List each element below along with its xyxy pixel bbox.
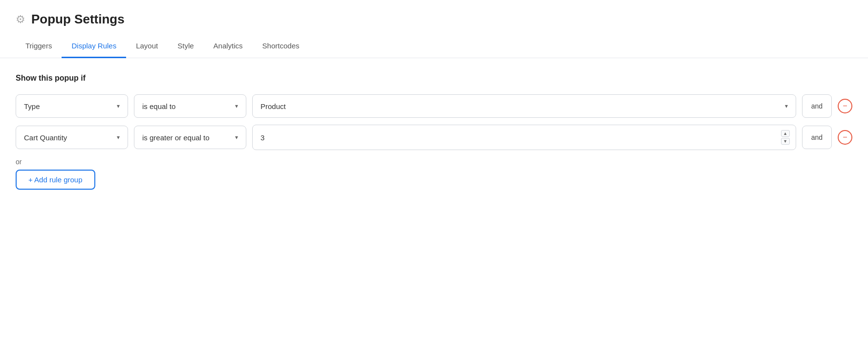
rule-1-condition-select[interactable]: is equal to ▾ [134,94,246,118]
rule-2-condition-chevron: ▾ [235,134,238,141]
rule-1-remove-icon: − [843,102,847,110]
rule-2-condition-select[interactable]: is greater or equal to ▾ [134,126,246,149]
add-rule-group-button[interactable]: + Add rule group [16,170,95,190]
rule-2-and-button[interactable]: and [802,126,832,149]
rule-2-number-value: 3 [260,133,264,142]
rule-2-remove-button[interactable]: − [838,130,852,145]
rule-1-and-button[interactable]: and [802,94,832,118]
header: ⚙ Popup Settings [0,0,868,35]
tab-analytics[interactable]: Analytics [204,35,253,58]
rule-1-condition-value: is equal to [142,102,175,110]
spinner-down-button[interactable]: ▼ [781,138,790,145]
rule-1-field-value: Product [260,102,286,110]
page-title: Popup Settings [31,12,125,27]
tab-style[interactable]: Style [168,35,203,58]
spinner-buttons: ▲ ▼ [781,130,790,145]
rule-1-value-chevron: ▾ [785,103,788,109]
rule-1-remove-button[interactable]: − [838,99,852,113]
rules-container: Type ▾ is equal to ▾ Product ▾ and − [16,94,852,150]
rule-2-number-field[interactable]: 3 ▲ ▼ [252,125,796,150]
gear-icon: ⚙ [16,13,25,26]
rule-2-type-value: Cart Quantity [24,133,67,142]
rule-1-type-value: Type [24,102,40,110]
rule-1-type-select[interactable]: Type ▾ [16,94,128,118]
rule-1-condition-chevron: ▾ [235,103,238,109]
or-label: or [16,158,852,166]
tab-layout[interactable]: Layout [126,35,168,58]
tab-shortcodes[interactable]: Shortcodes [253,35,309,58]
tabs-bar: Triggers Display Rules Layout Style Anal… [0,35,868,58]
rule-2-type-chevron: ▾ [117,134,120,141]
rule-2-remove-icon: − [843,133,847,141]
rule-row-1: Type ▾ is equal to ▾ Product ▾ and − [16,94,852,118]
rule-1-value-select[interactable]: Product ▾ [252,94,796,118]
tab-triggers[interactable]: Triggers [16,35,62,58]
rule-row-2: Cart Quantity ▾ is greater or equal to ▾… [16,125,852,150]
rule-2-type-select[interactable]: Cart Quantity ▾ [16,126,128,149]
rule-1-type-chevron: ▾ [117,103,120,109]
content-area: Show this popup if Type ▾ is equal to ▾ … [0,58,868,205]
page-wrapper: ⚙ Popup Settings Triggers Display Rules … [0,0,868,350]
section-title: Show this popup if [16,74,852,83]
rule-2-condition-value: is greater or equal to [142,133,210,142]
spinner-up-button[interactable]: ▲ [781,130,790,137]
tab-display-rules[interactable]: Display Rules [62,35,126,58]
